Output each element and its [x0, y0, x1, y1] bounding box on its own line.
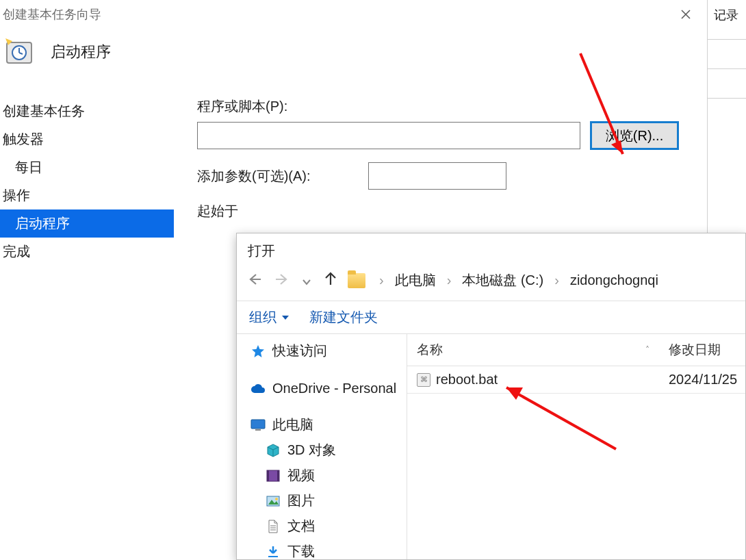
svg-rect-18	[277, 470, 279, 481]
wizard-nav: 创建基本任务 触发器 每日 操作 启动程序 完成	[0, 94, 174, 266]
open-dialog-toolbar: 组织 新建文件夹	[237, 301, 745, 334]
tree-this-pc[interactable]: 此电脑	[249, 412, 404, 437]
column-name[interactable]: 名称 ˄	[407, 334, 659, 366]
new-folder-button[interactable]: 新建文件夹	[309, 308, 378, 327]
open-dialog-title: 打开	[237, 233, 745, 268]
sort-indicator-icon: ˄	[645, 345, 649, 355]
tree-label: 快速访问	[272, 342, 327, 360]
breadcrumb: › 此电脑 › 本地磁盘 (C:) › zidongchognqi	[374, 270, 661, 291]
tree-label: 图片	[287, 492, 315, 510]
monitor-icon	[250, 418, 266, 432]
organize-label: 组织	[249, 308, 276, 327]
document-icon	[266, 520, 281, 533]
tree-label: 视频	[287, 466, 315, 485]
cloud-icon	[250, 382, 266, 396]
tree-label: 此电脑	[272, 416, 313, 434]
wizard-heading: 启动程序	[51, 42, 111, 62]
arrow-up-icon	[324, 272, 337, 285]
tree-documents[interactable]: 文档	[249, 513, 404, 539]
arrow-right-icon	[275, 273, 289, 285]
nav-back-button[interactable]	[245, 270, 264, 291]
file-list: ⌘ reboot.bat 2024/11/25	[407, 366, 745, 559]
nav-trigger[interactable]: 触发器	[0, 125, 174, 153]
nav-up-button[interactable]	[322, 270, 339, 291]
svg-rect-10	[251, 420, 265, 429]
arrow-left-icon	[248, 273, 261, 285]
tree-pictures[interactable]: 图片	[249, 488, 404, 513]
wizard-close-button[interactable]	[670, 3, 702, 25]
tree-label: OneDrive - Personal	[272, 381, 396, 396]
column-name-label: 名称	[417, 341, 443, 359]
svg-rect-25	[268, 556, 278, 557]
args-input[interactable]	[368, 162, 506, 190]
image-icon	[266, 494, 281, 508]
star-icon	[250, 344, 266, 358]
breadcrumb-local-c[interactable]: 本地磁盘 (C:)	[459, 270, 546, 291]
folder-icon	[348, 273, 365, 288]
browse-button[interactable]: 浏览(R)...	[590, 121, 679, 150]
chevron-down-icon	[282, 316, 289, 320]
tree-label: 下载	[287, 542, 315, 559]
tree-videos[interactable]: 视频	[249, 463, 404, 488]
cube-icon	[266, 444, 281, 457]
scheduled-task-icon	[4, 37, 34, 67]
file-date: 2024/11/25	[659, 366, 745, 393]
wizard-title: 创建基本任务向导	[3, 6, 101, 23]
tree-onedrive[interactable]: OneDrive - Personal	[249, 377, 404, 400]
open-file-dialog: 打开 › 此电脑 › 本地磁盘 (C:) › zidongchognqi 组织 …	[236, 233, 746, 560]
close-icon	[681, 10, 691, 19]
file-row[interactable]: ⌘ reboot.bat 2024/11/25	[407, 366, 745, 394]
chevron-down-icon	[303, 279, 311, 285]
svg-rect-17	[267, 470, 269, 481]
divider	[708, 68, 746, 69]
svg-point-21	[275, 498, 278, 500]
tree-quick-access[interactable]: 快速访问	[249, 338, 404, 364]
column-headers: 名称 ˄ 修改日期	[407, 334, 745, 366]
svg-marker-9	[252, 345, 264, 357]
nav-start-program[interactable]: 启动程序	[0, 209, 174, 238]
breadcrumb-folder[interactable]: zidongchognqi	[567, 271, 661, 290]
column-date-label: 修改日期	[669, 341, 721, 359]
nav-recent-button[interactable]	[300, 270, 313, 291]
column-date[interactable]: 修改日期	[659, 334, 745, 366]
program-input[interactable]	[197, 122, 580, 149]
folder-tree: 快速访问 OneDrive - Personal 此电脑 3D 对	[237, 334, 407, 559]
tree-label: 3D 对象	[287, 441, 336, 459]
breadcrumb-this-pc[interactable]: 此电脑	[392, 270, 439, 291]
startin-label: 起始于	[197, 203, 238, 218]
args-label: 添加参数(可选)(A):	[197, 167, 311, 186]
tree-downloads[interactable]: 下载	[249, 539, 404, 559]
nav-create-basic-task[interactable]: 创建基本任务	[0, 97, 174, 125]
nav-action[interactable]: 操作	[0, 181, 174, 209]
breadcrumb-sep: ›	[441, 272, 457, 288]
divider	[708, 39, 746, 40]
wizard-header: 启动程序	[0, 27, 707, 94]
divider	[708, 98, 746, 99]
nav-finish[interactable]: 完成	[0, 238, 174, 266]
film-icon	[266, 469, 281, 483]
open-dialog-navbar: › 此电脑 › 本地磁盘 (C:) › zidongchognqi	[237, 268, 745, 301]
svg-rect-11	[255, 429, 261, 431]
wizard-titlebar: 创建基本任务向导	[0, 0, 707, 27]
program-label: 程序或脚本(P):	[197, 97, 679, 116]
file-list-pane: 名称 ˄ 修改日期 ⌘ reboot.bat 2024/11/25	[407, 334, 745, 559]
file-name: reboot.bat	[436, 372, 498, 387]
bat-file-icon: ⌘	[417, 373, 430, 387]
bg-text-fragment: 记录	[714, 7, 738, 23]
nav-forward-button[interactable]	[272, 270, 292, 291]
background-window-edge: 记录	[707, 0, 746, 236]
download-icon	[266, 545, 281, 559]
tree-label: 文档	[287, 517, 315, 535]
breadcrumb-sep: ›	[549, 272, 565, 288]
breadcrumb-sep: ›	[374, 272, 389, 288]
nav-daily[interactable]: 每日	[0, 153, 174, 181]
tree-3d-objects[interactable]: 3D 对象	[249, 437, 404, 463]
organize-button[interactable]: 组织	[249, 308, 289, 327]
